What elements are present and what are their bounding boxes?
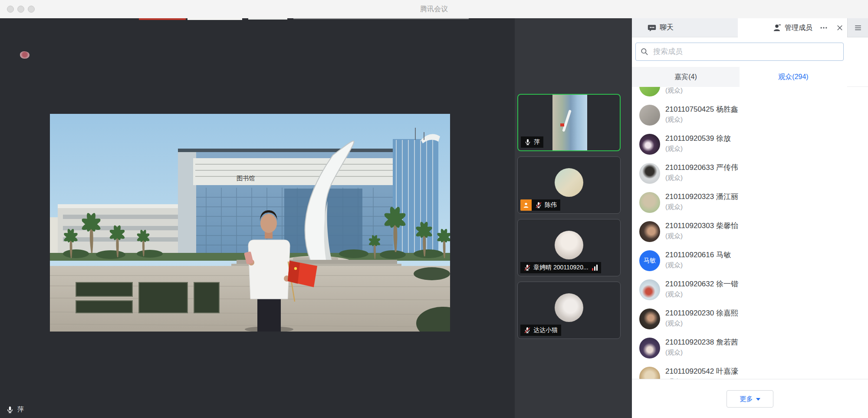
- member-row[interactable]: 马敏 210110920616 马敏 (观众): [632, 246, 868, 275]
- member-row[interactable]: 210110920238 詹若茜 (观众): [632, 333, 868, 362]
- main-stage: 图书馆: [0, 18, 515, 418]
- speaker-video: 图书馆: [50, 114, 450, 332]
- member-name: 210110920323 潘江丽: [665, 192, 738, 202]
- member-role: (观众): [665, 261, 683, 269]
- panel-menu-toggle[interactable]: [847, 18, 868, 37]
- member-avatar: [639, 279, 660, 300]
- thumbnail-name: 陈伟: [545, 201, 557, 209]
- member-name: 210110920539 徐放: [665, 133, 731, 143]
- side-panel: 聊天 管理成员: [632, 18, 868, 418]
- stage-speaker-name: 萍: [17, 405, 24, 414]
- member-name: 210110920616 马敏: [665, 250, 731, 260]
- member-row[interactable]: 210110920633 严传伟 (观众): [632, 159, 868, 188]
- tab-chat[interactable]: 聊天: [632, 18, 738, 37]
- window-title: 腾讯会议: [0, 0, 868, 18]
- member-search-box: [635, 43, 844, 61]
- member-name: 210110920303 柴馨怡: [665, 221, 738, 231]
- stage-speaker-label: 萍: [6, 405, 24, 414]
- role-subtabs: 嘉宾(4) 观众(294): [632, 67, 868, 87]
- mic-icon: [524, 139, 531, 146]
- member-row[interactable]: 210110920303 柴馨怡 (观众): [632, 217, 868, 246]
- member-avatar: [639, 105, 660, 126]
- thumbnail-label: 萍: [521, 136, 543, 148]
- member-name: 210110920632 徐一锴: [665, 279, 738, 289]
- member-person-icon: [773, 23, 781, 32]
- menu-icon: [854, 24, 862, 31]
- member-row[interactable]: 210110920539 徐放 (观众): [632, 129, 868, 159]
- member-row[interactable]: 210110750425 杨胜鑫 (观众): [632, 100, 868, 129]
- member-role: (观众): [665, 290, 683, 299]
- member-name: 210110750425 杨胜鑫: [665, 104, 738, 114]
- member-name: 210110920633 严传伟: [665, 163, 738, 173]
- mic-icon: [535, 202, 542, 209]
- search-icon: [640, 47, 649, 56]
- thumbnail-label: 章娉晴 200110920...: [520, 262, 601, 273]
- close-panel-icon[interactable]: [836, 24, 844, 32]
- signal-strength-icon: [592, 265, 598, 271]
- stage-top-artifact: [248, 18, 287, 20]
- video-thumbnail[interactable]: 达达小猫: [517, 282, 621, 339]
- thumbnail-name: 达达小猫: [533, 326, 558, 334]
- panel-actions: [819, 18, 844, 37]
- stage-top-artifact: [139, 18, 186, 20]
- member-avatar: [639, 338, 660, 358]
- member-row[interactable]: 210110920323 潘江丽 (观众): [632, 188, 868, 217]
- member-avatar: 马敏: [639, 250, 660, 271]
- member-avatar: [639, 221, 660, 242]
- more-members-label: 更多: [740, 395, 753, 403]
- video-thumbnail[interactable]: 章娉晴 200110920...: [517, 219, 621, 276]
- member-avatar: [639, 367, 660, 379]
- thumbnail-label: 陈伟: [520, 199, 560, 211]
- more-options-icon[interactable]: [819, 23, 828, 32]
- tencent-meeting-window: 腾讯会议: [0, 0, 868, 418]
- thumbnail-avatar: [555, 231, 583, 259]
- member-role: (观众): [665, 145, 683, 153]
- member-avatar: [639, 134, 660, 155]
- member-search-input[interactable]: [652, 47, 839, 56]
- member-avatar: [639, 163, 660, 184]
- more-members-button[interactable]: 更多: [727, 390, 773, 408]
- thumbnail-avatar: [555, 293, 583, 322]
- thumbnail-avatar: [555, 168, 583, 197]
- member-row[interactable]: 210110920632 徐一锴 (观众): [632, 275, 868, 304]
- member-name: 210110920230 徐嘉熙: [665, 308, 738, 318]
- panel-footer: 更多: [632, 379, 868, 418]
- caret-down-icon: [756, 398, 760, 403]
- member-avatar: [639, 309, 660, 329]
- thumbnail-label: 达达小猫: [520, 325, 561, 336]
- member-row[interactable]: (观众): [632, 87, 868, 100]
- member-role: (观众): [665, 116, 683, 124]
- stage-top-artifact: [187, 18, 242, 20]
- raise-hand-badge-icon: [520, 199, 532, 211]
- tab-members-label: 管理成员: [785, 23, 812, 33]
- member-avatar: [639, 87, 660, 96]
- subtab-audience[interactable]: 观众(294): [740, 67, 847, 87]
- subtab-guests[interactable]: 嘉宾(4): [632, 67, 740, 87]
- thumbnail-name: 萍: [534, 138, 540, 146]
- member-name: 210110920542 叶嘉濠: [665, 366, 738, 376]
- member-role: (观众): [665, 319, 683, 328]
- member-role: (观众): [665, 203, 683, 211]
- mic-icon: [524, 264, 531, 271]
- video-thumbnail[interactable]: 萍: [517, 94, 621, 151]
- mic-icon: [524, 327, 531, 334]
- campus-video-scene: 图书馆: [50, 114, 450, 332]
- member-role: (观众): [665, 87, 683, 95]
- member-role: (观众): [665, 232, 683, 240]
- building-sign: 图书馆: [237, 175, 255, 182]
- rose-watermark-icon: [20, 51, 30, 59]
- member-list: (观众) 210110750425 杨胜鑫 (观众) 210110920539 …: [632, 87, 868, 379]
- mic-on-icon: [6, 406, 14, 414]
- tab-chat-label: 聊天: [660, 23, 674, 32]
- video-thumbnail[interactable]: 陈伟: [517, 156, 621, 214]
- member-role: (观众): [665, 174, 683, 182]
- member-role: (观众): [665, 348, 683, 357]
- stage-top-artifact: [293, 18, 469, 19]
- member-row[interactable]: 210110920230 徐嘉熙 (观众): [632, 304, 868, 333]
- member-name: 210110920238 詹若茜: [665, 337, 738, 347]
- chat-bubble-icon: [648, 23, 656, 32]
- thumbnail-name: 章娉晴 200110920...: [533, 264, 589, 272]
- member-row[interactable]: 210110920542 叶嘉濠 (观众): [632, 362, 868, 379]
- thumbnail-column: 萍 陈伟: [515, 18, 632, 418]
- thumbnail-video: [552, 95, 587, 150]
